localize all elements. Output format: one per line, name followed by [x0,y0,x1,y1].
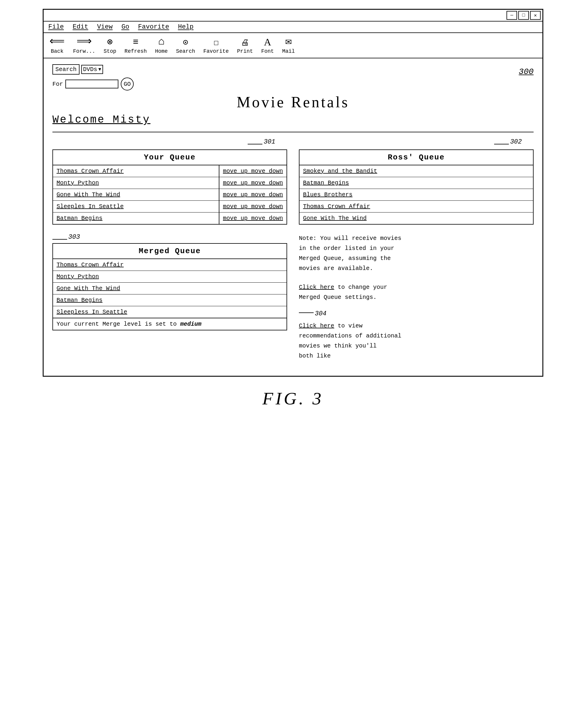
table-row: Sleepless In Seattle [53,306,287,318]
search-label: Search [176,48,195,54]
favorite-icon: ☐ [213,39,218,47]
merged-queue-section: 303 Merged Queue Thomas Crown Affair Mon… [52,233,287,367]
notes-section: Note: You will receive movies in the ord… [299,233,534,367]
move-monty-python[interactable]: move up move down [219,177,287,189]
merge-level-row: Your current Merge level is set to mediu… [53,318,287,330]
menu-view[interactable]: View [97,23,113,31]
table-row: Gone With The Wind move up move down [53,189,287,201]
menu-edit[interactable]: Edit [73,23,88,31]
close-button[interactable]: ✕ [530,11,541,20]
move-sleepless[interactable]: move up move down [219,201,287,212]
table-row: Batman Begins [299,177,533,189]
toolbar-refresh[interactable]: ≡ Refresh [125,38,147,54]
table-row: Sleeples In Seattle move up move down [53,201,287,212]
home-icon: ⌂ [158,36,165,47]
maximize-button[interactable]: □ [518,11,529,20]
browser-window: — □ ✕ File Edit View Go Favorite Help ⟸ … [43,9,543,377]
minimize-button[interactable]: — [506,11,517,20]
move-gone-wind[interactable]: move up move down [219,189,287,200]
print-label: Print [237,48,253,54]
note-text-1: Note: You will receive movies in the ord… [299,233,534,274]
table-row: Gone With The Wind [299,212,533,224]
your-queue-box: Your Queue Thomas Crown Affair move up m… [52,149,287,225]
content-area: Search DVDs ▼ For GO 300 Movie Rentals W… [44,58,542,376]
toolbar-print[interactable]: 🖨 Print [237,39,253,54]
back-icon: ⟸ [50,36,65,47]
menu-favorite[interactable]: Favorite [138,23,169,31]
movie-blues-ross[interactable]: Blues Brothers [299,189,533,200]
favorite-label: Favorite [204,48,229,54]
toolbar-home[interactable]: ⌂ Home [155,36,167,54]
welcome-title: Welcome Misty [52,114,534,126]
move-thomas-crown[interactable]: move up move down [219,165,287,177]
your-queue-section: 301 Your Queue Thomas Crown Affair move … [52,138,287,225]
toolbar-favorite[interactable]: ☐ Favorite [204,39,229,54]
movie-sleepless-your[interactable]: Sleeples In Seattle [53,201,219,212]
page-title: Movie Rentals [52,94,534,111]
toolbar-font[interactable]: A Font [261,37,274,54]
table-row: Monty Python move up move down [53,177,287,189]
merge-level-value: medium [180,321,202,327]
menu-go[interactable]: Go [121,23,129,31]
merged-gone-wind[interactable]: Gone With The Wind [53,283,287,294]
movie-batman-your[interactable]: Batman Begins [53,212,219,224]
mail-label: Mail [282,48,295,54]
movie-thomas-crown-your[interactable]: Thomas Crown Affair [53,165,219,177]
click-here-1-row: Click here to change your Merged Queue s… [299,282,534,302]
refresh-label: Refresh [125,48,147,54]
merged-queue-box: Merged Queue Thomas Crown Affair Monty P… [52,243,287,330]
merged-monty[interactable]: Monty Python [53,271,287,282]
click-here-2-link[interactable]: Click here [299,322,334,329]
movie-thomas-ross[interactable]: Thomas Crown Affair [299,201,533,212]
section-number-304: 304 [315,308,326,319]
click-here-2-row: Click here to view recommendations of ad… [299,321,534,361]
mail-icon: ✉ [285,36,292,47]
bottom-row: 303 Merged Queue Thomas Crown Affair Mon… [52,233,534,367]
search-label-box: Search [52,64,80,75]
font-icon: A [264,37,271,47]
movie-gone-wind-your[interactable]: Gone With The Wind [53,189,219,200]
toolbar-mail[interactable]: ✉ Mail [282,36,295,54]
table-row: Monty Python [53,271,287,283]
toolbar-forward[interactable]: ⟹ Forw... [73,36,96,54]
your-queue-header: Your Queue [53,150,287,165]
merged-sleepless[interactable]: Sleepless In Seattle [53,306,287,318]
search-icon: ⊙ [183,38,188,47]
stop-label: Stop [104,48,116,54]
search-dropdown[interactable]: DVDs ▼ [81,65,103,74]
toolbar-back[interactable]: ⟸ Back [50,36,65,54]
divider [52,132,534,132]
table-row: Thomas Crown Affair [53,259,287,271]
menu-bar: File Edit View Go Favorite Help [44,22,542,33]
search-input[interactable] [65,80,118,89]
your-queue-number: 301 [264,138,275,146]
ross-queue-number: 302 [510,138,522,146]
menu-help[interactable]: Help [178,23,193,31]
toolbar-search[interactable]: ⊙ Search [176,38,195,54]
table-row: Batman Begins [53,295,287,306]
menu-file[interactable]: File [48,23,64,31]
movie-smokey-ross[interactable]: Smokey and the Bandit [299,165,533,177]
merged-thomas[interactable]: Thomas Crown Affair [53,259,287,271]
for-label: For [52,81,63,87]
table-row: Blues Brothers [299,189,533,201]
toolbar-stop[interactable]: ⊗ Stop [104,38,116,54]
table-row: Batman Begins move up move down [53,212,287,224]
forward-icon: ⟹ [77,36,92,47]
go-button[interactable]: GO [121,77,134,91]
fig-caption: FIG. 3 [262,388,324,409]
ross-queue-header: Ross' Queue [299,150,533,165]
forward-label: Forw... [73,48,96,54]
print-icon: 🖨 [241,39,249,47]
toolbar: ⟸ Back ⟹ Forw... ⊗ Stop ≡ Refresh ⌂ Home… [44,33,542,58]
movie-monty-python-your[interactable]: Monty Python [53,177,219,189]
merged-queue-number: 303 [68,233,80,241]
movie-gone-wind-ross[interactable]: Gone With The Wind [299,212,533,224]
search-for-row: For GO [52,77,134,91]
ross-queue-box: Ross' Queue Smokey and the Bandit Batman… [299,149,534,225]
move-batman[interactable]: move up move down [219,212,287,224]
movie-batman-ross[interactable]: Batman Begins [299,177,533,189]
merged-batman[interactable]: Batman Begins [53,295,287,306]
back-label: Back [51,48,63,54]
click-here-1-link[interactable]: Click here [299,284,334,291]
